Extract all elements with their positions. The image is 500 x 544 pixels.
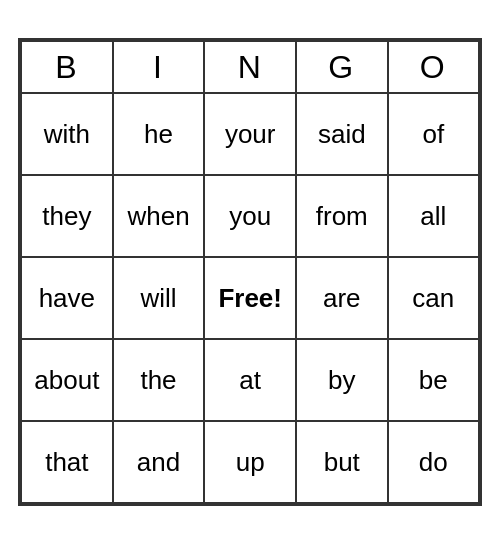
table-cell: at (204, 339, 296, 421)
table-row: withheyoursaidof (21, 93, 479, 175)
table-cell: he (113, 93, 205, 175)
header-o: O (388, 41, 479, 93)
table-cell: will (113, 257, 205, 339)
table-cell: your (204, 93, 296, 175)
table-cell: do (388, 421, 479, 503)
table-cell: when (113, 175, 205, 257)
header-n: N (204, 41, 296, 93)
bingo-table: B I N G O withheyoursaidoftheywhenyoufro… (20, 40, 480, 504)
table-cell: up (204, 421, 296, 503)
table-cell: Free! (204, 257, 296, 339)
table-row: abouttheatbybe (21, 339, 479, 421)
table-cell: be (388, 339, 479, 421)
bingo-card: B I N G O withheyoursaidoftheywhenyoufro… (18, 38, 482, 506)
table-cell: the (113, 339, 205, 421)
header-g: G (296, 41, 388, 93)
table-cell: said (296, 93, 388, 175)
table-row: thatandupbutdo (21, 421, 479, 503)
table-cell: that (21, 421, 113, 503)
table-cell: and (113, 421, 205, 503)
table-cell: have (21, 257, 113, 339)
table-cell: are (296, 257, 388, 339)
table-row: theywhenyoufromall (21, 175, 479, 257)
table-cell: from (296, 175, 388, 257)
table-cell: of (388, 93, 479, 175)
table-cell: you (204, 175, 296, 257)
table-cell: by (296, 339, 388, 421)
table-cell: can (388, 257, 479, 339)
header-i: I (113, 41, 205, 93)
header-b: B (21, 41, 113, 93)
table-cell: about (21, 339, 113, 421)
header-row: B I N G O (21, 41, 479, 93)
bingo-body: withheyoursaidoftheywhenyoufromallhavewi… (21, 93, 479, 503)
table-cell: with (21, 93, 113, 175)
table-cell: they (21, 175, 113, 257)
table-row: havewillFree!arecan (21, 257, 479, 339)
table-cell: but (296, 421, 388, 503)
table-cell: all (388, 175, 479, 257)
